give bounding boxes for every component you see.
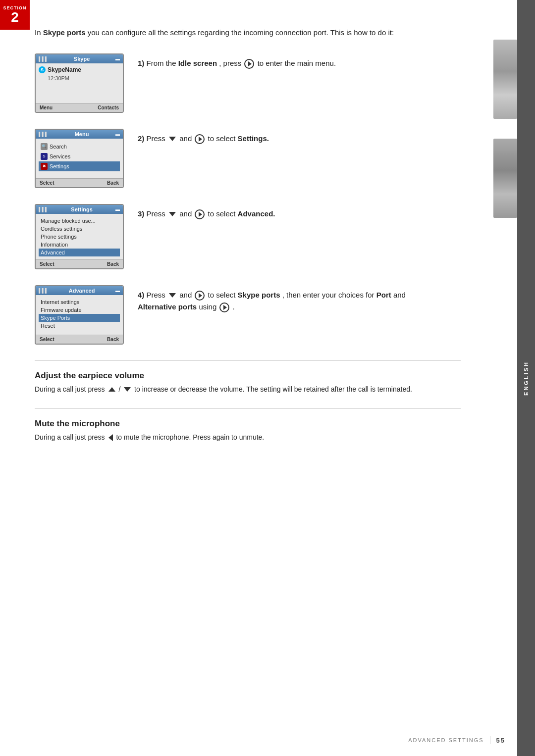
settings-item-blocked: Manage blocked use... [39, 217, 120, 225]
menu-item-search: 🔍 Search [39, 142, 120, 151]
step-3-instruction: 3) Press and to select Advanced. [138, 204, 461, 220]
phone-footer-3: Select Back [36, 259, 123, 268]
phone-title-4: Advanced [48, 288, 115, 294]
phone-footer-1: Menu Contacts [36, 103, 123, 112]
step-4-instruction: 4) Press and to select Skype ports , the… [138, 285, 461, 313]
ok-button-icon-3 [195, 209, 205, 219]
battery-icon-4: ▬ [115, 288, 120, 293]
step-4-dot: . [233, 302, 235, 311]
down-arrow-2 [169, 137, 176, 141]
phone-title-1: Skype [48, 56, 115, 62]
settings-list-3: Manage blocked use... Cordless settings … [39, 217, 120, 256]
signal-icon-3: ▌▌▌ [39, 207, 48, 212]
step-1-bold: Idle screen [178, 59, 217, 67]
mute-heading: Mute the microphone [35, 419, 461, 429]
battery-icon-2: ▬ [115, 132, 120, 137]
earpiece-body: During a call just press / to increase o… [35, 384, 461, 395]
footer-left-4: Select [40, 337, 54, 342]
phone-mockup-4: ▌▌▌ Advanced ▬ Internet settings Firmwar… [35, 285, 124, 345]
step-3-text-end: to select [208, 209, 238, 218]
signal-icon-4: ▌▌▌ [39, 288, 48, 293]
up-arrow-earpiece [108, 387, 115, 392]
main-content: In Skype ports you can configure all the… [35, 27, 490, 443]
phone-title-3: Settings [48, 206, 115, 212]
step-4-and2: and [393, 291, 406, 299]
footer-right-1: Contacts [98, 105, 119, 110]
step-3-bold: Advanced. [238, 209, 275, 218]
user-name: SkypeName [48, 66, 81, 73]
step-4-text-mid2: , then enter your choices for [282, 291, 376, 299]
services-icon: S [41, 153, 48, 160]
menu-list-2: 🔍 Search S Services ✖ Settings [39, 142, 120, 171]
ok-button-icon-4 [195, 291, 205, 301]
advanced-list-4: Internet settings Firmware update Skype … [39, 298, 120, 330]
down-arrow-3 [169, 212, 176, 216]
battery-icon: ▬ [115, 56, 120, 61]
step-3-text-pre: Press [147, 209, 168, 218]
phone-body-4: Internet settings Firmware update Skype … [36, 295, 123, 335]
battery-icon-3: ▬ [115, 207, 120, 212]
step-4-num: 4) [138, 291, 144, 299]
phone-mockup-3: ▌▌▌ Settings ▬ Manage blocked use... Cor… [35, 204, 124, 269]
photo-strip-mid [493, 139, 517, 218]
step-3-and: and [179, 209, 194, 218]
step-4-text-mid: to select [208, 291, 238, 299]
divider-2 [35, 408, 461, 409]
step-4-bold1: Skype ports [238, 291, 280, 299]
skype-name-row: S SkypeName [39, 66, 120, 73]
settings-icon: ✖ [41, 163, 48, 170]
step-2-row: ▌▌▌ Menu ▬ 🔍 Search S Services ✖ [35, 129, 461, 188]
idle-time: 12:30PM [48, 75, 120, 81]
step-2-text-pre: Press [147, 134, 168, 143]
step-3-num: 3) [138, 209, 144, 218]
down-arrow-4 [169, 293, 176, 298]
phone-footer-2: Select Back [36, 178, 123, 187]
phone-header-3: ▌▌▌ Settings ▬ [36, 205, 123, 214]
step-4-row: ▌▌▌ Advanced ▬ Internet settings Firmwar… [35, 285, 461, 345]
advanced-item-skype: Skype Ports [39, 314, 120, 322]
step-2-text-end: to select [208, 134, 238, 143]
ok-button-icon-2 [195, 134, 205, 144]
intro-paragraph: In Skype ports you can configure all the… [35, 27, 461, 39]
mute-body: During a call just press to mute the mic… [35, 432, 461, 443]
phone-mockup-2: ▌▌▌ Menu ▬ 🔍 Search S Services ✖ [35, 129, 124, 188]
settings-item-phone: Phone settings [39, 233, 120, 241]
step-2-num: 2) [138, 134, 144, 143]
step-1-row: ▌▌▌ Skype ▬ S SkypeName 12:30PM Menu Con… [35, 53, 461, 113]
phone-body-1: S SkypeName 12:30PM [36, 63, 123, 103]
skype-icon: S [39, 66, 46, 73]
footer-label: ADVANCED SETTINGS [408, 737, 483, 743]
step-4-text-end: using [199, 302, 218, 311]
phone-body-2: 🔍 Search S Services ✖ Settings [36, 139, 123, 178]
phone-header-2: ▌▌▌ Menu ▬ [36, 130, 123, 139]
down-arrow-earpiece [124, 387, 131, 392]
step-1-text-post: , press [219, 59, 243, 67]
right-label: ENGLISH [517, 0, 535, 756]
step-1-text-pre: From the [147, 59, 178, 67]
step-1-text-end: to enter the main menu. [258, 59, 336, 67]
earpiece-section: Adjust the earpiece volume During a call… [35, 371, 461, 395]
step-1-num: 1) [138, 59, 144, 67]
page-number: 55 [496, 737, 505, 744]
step-4-bold3: Alternative ports [138, 302, 197, 311]
left-arrow-mute [108, 434, 113, 441]
section-badge: SECTION 2 [0, 0, 30, 30]
advanced-item-firmware: Firmware update [39, 306, 120, 314]
phone-title-2: Menu [48, 131, 115, 137]
step-4-text-pre: Press [147, 291, 168, 299]
step-3-row: ▌▌▌ Settings ▬ Manage blocked use... Cor… [35, 204, 461, 269]
advanced-item-internet: Internet settings [39, 298, 120, 306]
step-4-and: and [179, 291, 194, 299]
menu-item-services: S Services [39, 151, 120, 161]
section-number: 2 [11, 10, 19, 24]
page-footer: ADVANCED SETTINGS 55 [408, 736, 505, 744]
phone-body-3: Manage blocked use... Cordless settings … [36, 214, 123, 259]
menu-item-settings: ✖ Settings [39, 161, 120, 171]
divider-1 [35, 360, 461, 361]
footer-right-4: Back [107, 337, 119, 342]
footer-right-3: Back [107, 261, 119, 267]
signal-icon: ▌▌▌ [39, 56, 48, 61]
phone-mockup-1: ▌▌▌ Skype ▬ S SkypeName 12:30PM Menu Con… [35, 53, 124, 113]
footer-right-2: Back [107, 180, 119, 186]
phone-header-4: ▌▌▌ Advanced ▬ [36, 286, 123, 295]
